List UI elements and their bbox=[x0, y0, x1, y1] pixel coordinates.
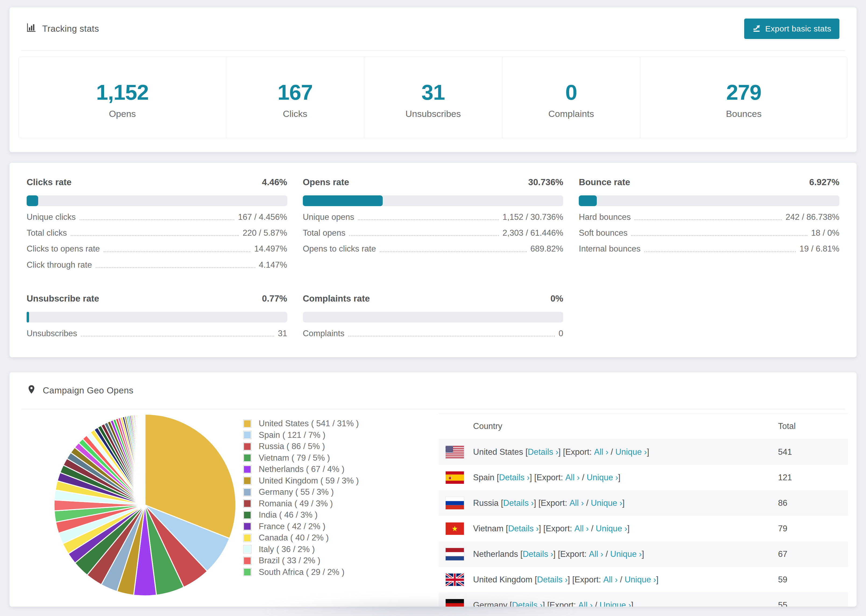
export-label-text: Export: bbox=[537, 473, 563, 482]
details-link[interactable]: Details › bbox=[537, 575, 568, 585]
table-row: Netherlands [Details ›] [Export: All › /… bbox=[439, 541, 848, 567]
legend-item: Brazil ( 33 / 2% ) bbox=[243, 555, 439, 567]
country-name: United States bbox=[473, 447, 523, 457]
details-link[interactable]: Details › bbox=[523, 549, 553, 559]
details-link[interactable]: Details › bbox=[512, 600, 543, 607]
geo-table-rows: United States [Details ›] [Export: All ›… bbox=[439, 439, 848, 607]
bracket-text: ] [ bbox=[542, 600, 550, 607]
detail-value: 242 / 86.738% bbox=[786, 212, 839, 222]
legend-item: Italy ( 36 / 2% ) bbox=[243, 544, 439, 555]
detail-label: Unique clicks bbox=[27, 212, 76, 222]
country-name: Vietnam bbox=[473, 524, 504, 533]
dotted-leader bbox=[104, 251, 250, 252]
rate-detail-rows: Hard bounces 242 / 86.738% Soft bounces … bbox=[579, 212, 839, 254]
country-name: Spain bbox=[473, 473, 494, 482]
legend-label: France ( 42 / 2% ) bbox=[259, 522, 326, 531]
legend-item: France ( 42 / 2% ) bbox=[243, 521, 439, 533]
dotted-leader bbox=[81, 336, 274, 336]
legend-label: Russia ( 86 / 5% ) bbox=[259, 442, 325, 451]
detail-label: Unique opens bbox=[303, 212, 354, 222]
export-all-link[interactable]: All › bbox=[569, 498, 584, 508]
country-flag-icon bbox=[446, 599, 464, 607]
export-unique-link[interactable]: Unique › bbox=[615, 447, 647, 457]
legend-swatch bbox=[243, 500, 251, 508]
dotted-leader bbox=[635, 219, 782, 220]
progress-track bbox=[27, 195, 287, 206]
export-basic-stats-button[interactable]: Export basic stats bbox=[744, 19, 839, 39]
table-row: Spain [Details ›] [Export: All › / Uniqu… bbox=[439, 465, 848, 490]
legend-item: Canada ( 40 / 2% ) bbox=[243, 532, 439, 544]
details-link[interactable]: Details › bbox=[503, 498, 534, 508]
legend-item: Russia ( 86 / 5% ) bbox=[243, 441, 439, 452]
rate-title: Unsubscribe rate bbox=[27, 294, 99, 304]
detail-label: Clicks to opens rate bbox=[27, 244, 100, 254]
bracket-text: ] [ bbox=[534, 498, 541, 508]
dotted-leader bbox=[96, 267, 255, 268]
dotted-leader bbox=[80, 219, 234, 220]
details-link[interactable]: Details › bbox=[508, 524, 539, 533]
legend-swatch bbox=[243, 465, 251, 473]
dotted-leader bbox=[358, 219, 499, 220]
rate-header: Opens rate 30.736% bbox=[303, 177, 564, 187]
detail-value: 4.147% bbox=[259, 260, 287, 270]
export-all-link[interactable]: All › bbox=[603, 575, 617, 585]
summary-stat-cell: 167 Clicks bbox=[226, 57, 364, 138]
progress-fill bbox=[579, 195, 597, 206]
export-unique-link[interactable]: Unique › bbox=[591, 498, 622, 508]
rate-detail-row: Clicks to opens rate 14.497% bbox=[27, 244, 287, 254]
legend-swatch bbox=[243, 477, 251, 485]
bracket-text: ] bbox=[618, 473, 620, 482]
export-all-link[interactable]: All › bbox=[594, 447, 608, 457]
details-link[interactable]: Details › bbox=[527, 447, 558, 457]
total-cell: 67 bbox=[778, 549, 848, 559]
card-divider bbox=[21, 50, 845, 51]
export-unique-link[interactable]: Unique › bbox=[610, 549, 642, 559]
stat-value: 167 bbox=[226, 82, 364, 103]
legend-label: India ( 46 / 3% ) bbox=[259, 510, 318, 520]
progress-fill bbox=[27, 312, 29, 322]
export-unique-link[interactable]: Unique › bbox=[600, 600, 631, 607]
total-cell: 121 bbox=[778, 473, 848, 482]
detail-label: Complaints bbox=[303, 328, 345, 338]
legend-swatch bbox=[243, 568, 251, 576]
country-name: Germany bbox=[473, 600, 507, 607]
space-text bbox=[563, 473, 565, 482]
export-all-link[interactable]: All › bbox=[565, 473, 579, 482]
export-all-link[interactable]: All › bbox=[575, 524, 589, 533]
bracket-text: ] [ bbox=[539, 524, 546, 533]
details-link[interactable]: Details › bbox=[499, 473, 530, 482]
export-unique-link[interactable]: Unique › bbox=[596, 524, 627, 533]
detail-value: 18 / 0% bbox=[811, 228, 839, 238]
tracking-stats-header: Tracking stats Export basic stats bbox=[9, 7, 857, 50]
bracket-text: ] [ bbox=[558, 447, 565, 457]
dotted-leader bbox=[348, 336, 555, 336]
rate-header: Complaints rate 0% bbox=[303, 294, 564, 304]
geo-opens-pie-chart bbox=[52, 412, 238, 598]
export-all-link[interactable]: All › bbox=[589, 549, 603, 559]
rate-detail-rows: Unique clicks 167 / 4.456% Total clicks … bbox=[27, 212, 287, 270]
table-row: Russia [Details ›] [Export: All › / Uniq… bbox=[439, 490, 848, 516]
detail-label: Total clicks bbox=[27, 228, 67, 238]
space-text bbox=[572, 524, 575, 533]
country-flag-icon bbox=[446, 446, 464, 458]
dotted-leader bbox=[349, 235, 499, 236]
export-unique-link[interactable]: Unique › bbox=[587, 473, 618, 482]
pie-wrap bbox=[27, 409, 243, 607]
legend-item: Germany ( 55 / 3% ) bbox=[243, 486, 439, 498]
total-cell: 59 bbox=[778, 575, 848, 585]
table-row: United States [Details ›] [Export: All ›… bbox=[439, 439, 848, 465]
export-label-text: Export: bbox=[541, 498, 567, 508]
legend-swatch bbox=[243, 545, 251, 553]
space-text bbox=[592, 447, 594, 457]
detail-value: 19 / 6.81% bbox=[800, 244, 839, 254]
export-all-link[interactable]: All › bbox=[578, 600, 592, 607]
export-button-label: Export basic stats bbox=[765, 24, 831, 33]
country-name: Russia bbox=[473, 498, 499, 508]
detail-value: 2,303 / 61.446% bbox=[503, 228, 564, 238]
export-unique-link[interactable]: Unique › bbox=[625, 575, 656, 585]
slash-text: / bbox=[593, 600, 600, 607]
legend-label: Netherlands ( 67 / 4% ) bbox=[259, 464, 345, 474]
rate-detail-row: Unsubscribes 31 bbox=[27, 328, 287, 338]
detail-label: Total opens bbox=[303, 228, 346, 238]
stat-value: 279 bbox=[640, 82, 847, 103]
